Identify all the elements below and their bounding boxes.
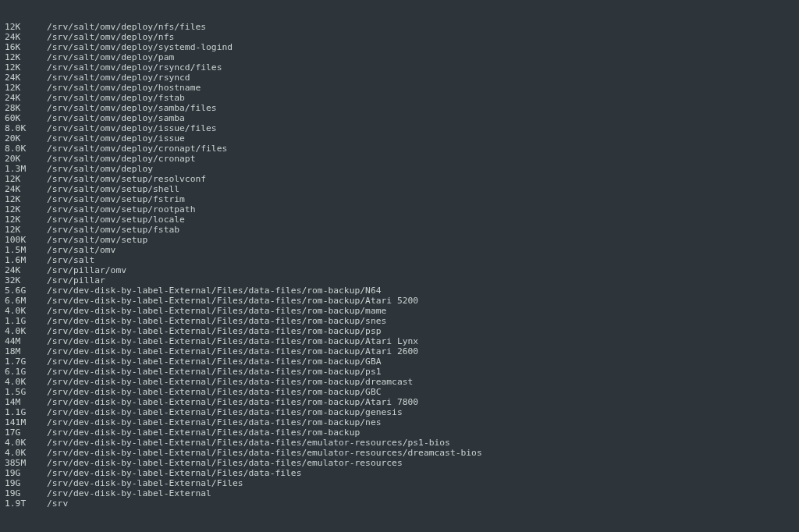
- du-output-row: 1.1G/srv/dev-disk-by-label-External/File…: [5, 407, 794, 417]
- disk-size: 385M: [5, 458, 36, 468]
- disk-size: 60K: [5, 113, 36, 123]
- disk-size: 12K: [5, 194, 36, 204]
- du-output-row: 19G/srv/dev-disk-by-label-External: [5, 488, 794, 498]
- file-path: /srv/dev-disk-by-label-External/Files/da…: [36, 438, 450, 448]
- du-output-row: 12K/srv/salt/omv/setup/locale: [5, 215, 794, 225]
- file-path: /srv/pillar: [36, 275, 105, 286]
- du-output-row: 20K/srv/salt/omv/deploy/issue: [5, 133, 794, 144]
- du-output-row: 141M/srv/dev-disk-by-label-External/File…: [5, 417, 794, 427]
- disk-size: 1.1G: [5, 316, 36, 326]
- du-output-row: 100K/srv/salt/omv/setup: [5, 235, 794, 245]
- file-path: /srv/salt/omv/setup/locale: [36, 215, 185, 225]
- file-path: /srv/salt/omv/deploy/cronapt: [36, 154, 195, 164]
- file-path: /srv/dev-disk-by-label-External/Files/da…: [36, 468, 301, 478]
- terminal-output[interactable]: 12K/srv/salt/omv/deploy/nfs/files24K/srv…: [0, 0, 799, 532]
- du-output-row: 1.7G/srv/dev-disk-by-label-External/File…: [5, 356, 794, 367]
- file-path: /srv: [36, 498, 68, 509]
- disk-size: 32K: [5, 275, 36, 286]
- file-path: /srv/dev-disk-by-label-External/Files/da…: [36, 296, 418, 306]
- disk-size: 24K: [5, 184, 36, 194]
- file-path: /srv/dev-disk-by-label-External/Files/da…: [36, 377, 413, 387]
- du-output-row: 8.0K/srv/salt/omv/deploy/issue/files: [5, 123, 794, 133]
- file-path: /srv/dev-disk-by-label-External/Files/da…: [36, 286, 381, 296]
- du-output-row: 12K/srv/salt/omv/deploy/rsyncd/files: [5, 62, 794, 73]
- disk-size: 18M: [5, 346, 36, 356]
- du-output-row: 1.9T/srv: [5, 498, 794, 509]
- du-output-row: 12K/srv/salt/omv/deploy/nfs/files: [5, 22, 794, 32]
- file-path: /srv/salt/omv/deploy/samba: [36, 113, 185, 123]
- file-path: /srv/dev-disk-by-label-External/Files/da…: [36, 448, 482, 458]
- file-path: /srv/salt/omv/deploy/hostname: [36, 83, 201, 93]
- disk-size: 24K: [5, 93, 36, 103]
- file-path: /srv/salt: [36, 255, 94, 265]
- disk-size: 24K: [5, 265, 36, 275]
- file-path: /srv/salt/omv/setup/shell: [36, 184, 179, 194]
- disk-size: 8.0K: [5, 123, 36, 133]
- disk-size: 6.6M: [5, 296, 36, 306]
- disk-size: 12K: [5, 225, 36, 235]
- file-path: /srv/dev-disk-by-label-External/Files/da…: [36, 316, 386, 326]
- file-path: /srv/salt/omv/deploy/issue: [36, 133, 185, 144]
- disk-size: 1.3M: [5, 164, 36, 174]
- du-output-row: 12K/srv/salt/omv/deploy/pam: [5, 52, 794, 62]
- disk-size: 20K: [5, 133, 36, 144]
- du-output-row: 1.1G/srv/dev-disk-by-label-External/File…: [5, 316, 794, 326]
- du-output-row: 19G/srv/dev-disk-by-label-External/Files…: [5, 468, 794, 478]
- file-path: /srv/salt/omv/setup: [36, 235, 147, 245]
- du-output-row: 28K/srv/salt/omv/deploy/samba/files: [5, 103, 794, 113]
- du-output-row: 4.0K/srv/dev-disk-by-label-External/File…: [5, 438, 794, 448]
- disk-size: 12K: [5, 215, 36, 225]
- disk-size: 100K: [5, 235, 36, 245]
- disk-size: 19G: [5, 478, 36, 488]
- disk-size: 1.9T: [5, 498, 36, 509]
- du-output-row: 5.6G/srv/dev-disk-by-label-External/File…: [5, 286, 794, 296]
- disk-size: 6.1G: [5, 367, 36, 377]
- du-output-row: 32K/srv/pillar: [5, 275, 794, 286]
- file-path: /srv/salt/omv/deploy/cronapt/files: [36, 144, 227, 154]
- du-output-row: 24K/srv/salt/omv/setup/shell: [5, 184, 794, 194]
- file-path: /srv/dev-disk-by-label-External/Files: [36, 478, 243, 488]
- file-path: /srv/salt/omv/deploy/nfs/files: [36, 22, 206, 32]
- disk-size: 28K: [5, 103, 36, 113]
- disk-size: 12K: [5, 204, 36, 215]
- du-output-row: 1.6M/srv/salt: [5, 255, 794, 265]
- file-path: /srv/salt/omv: [36, 245, 115, 255]
- du-output-row: 4.0K/srv/dev-disk-by-label-External/File…: [5, 326, 794, 336]
- du-output-row: 1.5G/srv/dev-disk-by-label-External/File…: [5, 387, 794, 397]
- disk-size: 12K: [5, 83, 36, 93]
- disk-size: 4.0K: [5, 326, 36, 336]
- file-path: /srv/dev-disk-by-label-External/Files/da…: [36, 356, 381, 367]
- disk-size: 5.6G: [5, 286, 36, 296]
- disk-size: 1.5M: [5, 245, 36, 255]
- file-path: /srv/dev-disk-by-label-External/Files/da…: [36, 427, 360, 438]
- file-path: /srv/dev-disk-by-label-External/Files/da…: [36, 367, 381, 377]
- file-path: /srv/salt/omv/deploy/issue/files: [36, 123, 217, 133]
- file-path: /srv/dev-disk-by-label-External/Files/da…: [36, 458, 403, 468]
- du-output-row: 1.5M/srv/salt/omv: [5, 245, 794, 255]
- file-path: /srv/dev-disk-by-label-External/Files/da…: [36, 387, 381, 397]
- du-output-row: 12K/srv/salt/omv/setup/fstab: [5, 225, 794, 235]
- file-path: /srv/salt/omv/deploy/fstab: [36, 93, 185, 103]
- du-output-row: 14M/srv/dev-disk-by-label-External/Files…: [5, 397, 794, 407]
- file-path: /srv/dev-disk-by-label-External/Files/da…: [36, 417, 381, 427]
- du-output-row: 8.0K/srv/salt/omv/deploy/cronapt/files: [5, 144, 794, 154]
- du-output-row: 24K/srv/salt/omv/deploy/rsyncd: [5, 73, 794, 83]
- du-output-row: 24K/srv/salt/omv/deploy/fstab: [5, 93, 794, 103]
- du-output-row: 60K/srv/salt/omv/deploy/samba: [5, 113, 794, 123]
- file-path: /srv/dev-disk-by-label-External/Files/da…: [36, 346, 418, 356]
- disk-size: 24K: [5, 32, 36, 42]
- disk-size: 8.0K: [5, 144, 36, 154]
- disk-size: 19G: [5, 468, 36, 478]
- du-output-row: 24K/srv/salt/omv/deploy/nfs: [5, 32, 794, 42]
- du-output-row: 24K/srv/pillar/omv: [5, 265, 794, 275]
- du-output-row: 19G/srv/dev-disk-by-label-External/Files: [5, 478, 794, 488]
- du-output-row: 12K/srv/salt/omv/setup/rootpath: [5, 204, 794, 215]
- du-output-row: 12K/srv/salt/omv/setup/fstrim: [5, 194, 794, 204]
- du-output-row: 12K/srv/salt/omv/deploy/hostname: [5, 83, 794, 93]
- disk-size: 12K: [5, 22, 36, 32]
- du-output-row: 17G/srv/dev-disk-by-label-External/Files…: [5, 427, 794, 438]
- du-output-row: 6.1G/srv/dev-disk-by-label-External/File…: [5, 367, 794, 377]
- du-output-row: 4.0K/srv/dev-disk-by-label-External/File…: [5, 377, 794, 387]
- disk-size: 1.1G: [5, 407, 36, 417]
- disk-size: 1.7G: [5, 356, 36, 367]
